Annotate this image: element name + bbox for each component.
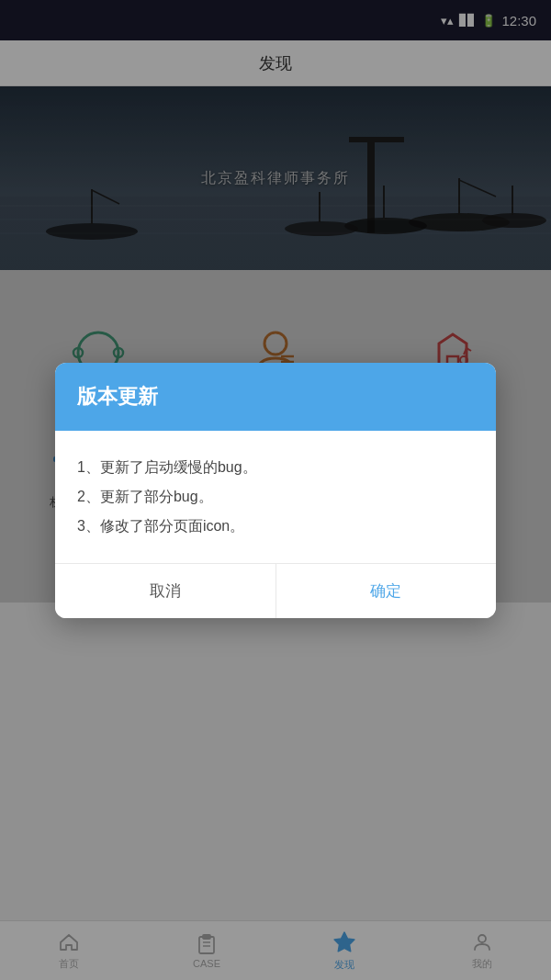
dialog-line-1: 1、更新了启动缓慢的bug。 <box>77 453 474 482</box>
cancel-button[interactable]: 取消 <box>55 564 276 618</box>
dialog-title: 版本更新 <box>77 385 158 408</box>
dialog-line-2: 2、更新了部分bug。 <box>77 482 474 512</box>
dialog-overlay: 版本更新 1、更新了启动缓慢的bug。 2、更新了部分bug。 3、修改了部分页… <box>0 0 551 980</box>
dialog-header: 版本更新 <box>55 363 496 431</box>
confirm-button[interactable]: 确定 <box>276 564 497 618</box>
dialog-body: 1、更新了启动缓慢的bug。 2、更新了部分bug。 3、修改了部分页面icon… <box>55 431 496 550</box>
dialog-actions: 取消 确定 <box>55 563 496 618</box>
update-dialog: 版本更新 1、更新了启动缓慢的bug。 2、更新了部分bug。 3、修改了部分页… <box>55 363 496 618</box>
dialog-line-3: 3、修改了部分页面icon。 <box>77 512 474 541</box>
